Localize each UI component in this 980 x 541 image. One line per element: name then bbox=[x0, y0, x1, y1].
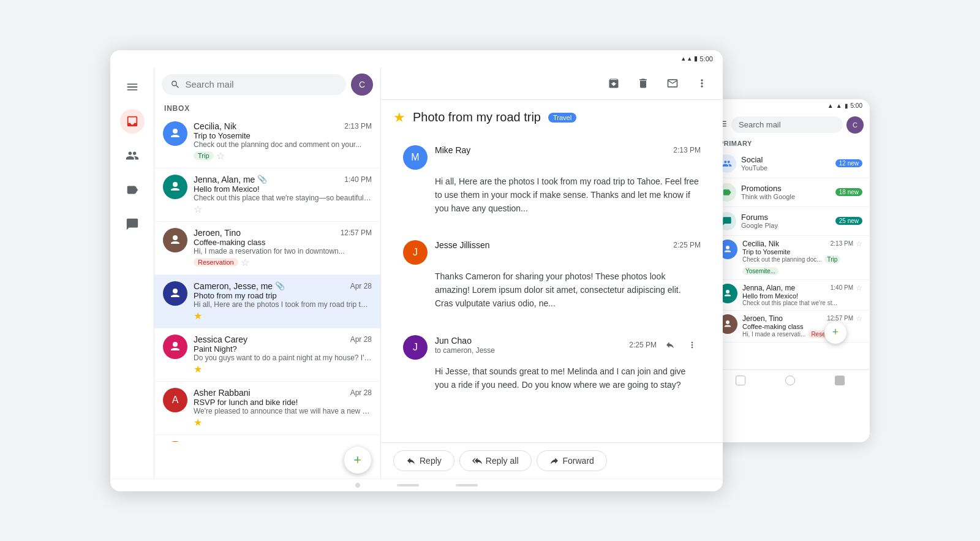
menu-button[interactable] bbox=[120, 75, 145, 99]
labels-button[interactable] bbox=[120, 178, 145, 202]
msg-avatar: J bbox=[403, 240, 428, 265]
email-time: Apr 28 bbox=[350, 388, 372, 397]
sender-name: Cecilia, Nik bbox=[194, 121, 236, 131]
email-list: Cecilia, Nik 2:13 PM Trip to Yosemite Ch… bbox=[154, 115, 380, 442]
email-preview: Hi, I made a reservation for two in down… bbox=[194, 247, 372, 255]
msg-time: 2:25 PM bbox=[629, 341, 657, 349]
forums-section[interactable]: Forums Google Play 25 new bbox=[710, 207, 870, 236]
contacts-button[interactable] bbox=[120, 143, 145, 168]
avatar bbox=[163, 121, 187, 146]
search-input[interactable] bbox=[185, 79, 337, 89]
svg-point-8 bbox=[726, 320, 729, 324]
email-time: Apr 28 bbox=[350, 335, 372, 344]
inbox-button[interactable] bbox=[120, 109, 145, 134]
star-button[interactable]: ★ bbox=[194, 310, 202, 322]
email-time: 1:40 PM bbox=[344, 175, 372, 184]
forward-button[interactable]: Forward bbox=[537, 450, 607, 471]
email-item[interactable]: A Asher Rabbani Apr 28 RSVP for lunch an… bbox=[154, 382, 380, 435]
mini-trip-tag: Trip bbox=[824, 255, 841, 263]
mini-star[interactable]: ☆ bbox=[856, 284, 862, 292]
mini-user-avatar[interactable]: C bbox=[846, 116, 864, 134]
avatar: J bbox=[163, 441, 187, 442]
thread-title: Photo from my road trip bbox=[413, 110, 541, 124]
compose-plus-icon: + bbox=[354, 453, 362, 467]
avatar bbox=[163, 175, 187, 199]
avatar bbox=[163, 281, 187, 306]
mini-compose-fab[interactable]: + bbox=[824, 322, 846, 344]
email-subject: Photo from my road trip bbox=[194, 291, 372, 300]
scroll-indicator-2 bbox=[456, 484, 478, 486]
svg-point-7 bbox=[726, 290, 729, 293]
message-card: J Jun Chao to cameron, Jesse 2:25 PM bbox=[393, 325, 710, 402]
sender-name: Asher Rabbani bbox=[194, 388, 251, 398]
mini-bottom-nav bbox=[710, 369, 870, 392]
wifi-icon: ▴ bbox=[682, 55, 685, 62]
mini-search-field[interactable]: Search mail bbox=[731, 116, 843, 133]
attachment-icon: 📎 bbox=[275, 281, 285, 290]
email-item[interactable]: Jessica Carey Apr 28 Paint Night? Do you… bbox=[154, 328, 380, 382]
message-card: J Jesse Jillissen 2:25 PM Thanks Ca bbox=[393, 230, 710, 320]
forums-name: Forums bbox=[741, 213, 831, 222]
social-section[interactable]: Social YouTube 12 new bbox=[710, 149, 870, 178]
promotions-section[interactable]: Promotions Think with Google 18 new bbox=[710, 178, 870, 207]
more-options-button[interactable] bbox=[691, 72, 713, 94]
msg-sender: Jesse Jillissen bbox=[435, 240, 489, 250]
label-button[interactable] bbox=[662, 72, 684, 94]
user-avatar[interactable]: C bbox=[351, 74, 373, 96]
status-icons: ▴ ▴ ▮ 5:00 bbox=[682, 55, 713, 62]
email-item[interactable]: J Jesse Jillissen Apr 28 Book you recomm… bbox=[154, 435, 380, 442]
reply-button[interactable]: Reply bbox=[393, 450, 454, 471]
email-item-selected[interactable]: Cameron, Jesse, me 📎 Apr 28 Photo from m… bbox=[154, 275, 380, 328]
star-button[interactable]: ★ bbox=[194, 417, 202, 428]
bottom-nav bbox=[110, 479, 723, 491]
nav-back-btn[interactable] bbox=[355, 483, 360, 488]
msg-recipient: to cameron, Jesse bbox=[435, 346, 495, 355]
more-msg-options[interactable] bbox=[684, 336, 701, 354]
thread-star[interactable]: ★ bbox=[393, 110, 405, 126]
star-button[interactable]: ☆ bbox=[216, 150, 225, 162]
mini-back-btn[interactable] bbox=[736, 376, 745, 385]
reply-quick-button[interactable] bbox=[662, 336, 679, 354]
email-preview: Check out this place that we're staying—… bbox=[194, 194, 372, 202]
email-content: Jenna, Alan, me 📎 1:40 PM Hello from Mex… bbox=[194, 175, 372, 215]
mini-time: 2:13 PM bbox=[831, 240, 853, 247]
attachment-icon: 📎 bbox=[257, 175, 267, 184]
email-content: Jesse Jillissen Apr 28 Book you recommen… bbox=[194, 441, 372, 442]
star-button[interactable]: ★ bbox=[194, 363, 202, 375]
email-item[interactable]: Jenna, Alan, me 📎 1:40 PM Hello from Mex… bbox=[154, 168, 380, 222]
reply-actions: Reply Reply all Forward bbox=[381, 442, 723, 479]
mini-signal-icon: ▲ bbox=[836, 102, 842, 109]
search-input-wrapper[interactable] bbox=[162, 74, 346, 95]
mini-email-item[interactable]: Jeroen, Tino 12:57 PM ☆ Coffee-making cl… bbox=[710, 311, 870, 342]
mini-recents-btn[interactable] bbox=[835, 376, 845, 385]
mini-compose-plus-icon: + bbox=[832, 326, 839, 339]
email-preview: Check out the planning doc and comment o… bbox=[194, 140, 372, 149]
compose-fab[interactable]: + bbox=[344, 447, 371, 474]
sender-name: Jesse Jillissen bbox=[194, 441, 248, 442]
star-button[interactable]: ☆ bbox=[194, 203, 202, 215]
archive-button[interactable] bbox=[603, 72, 625, 94]
battery-icon: ▮ bbox=[694, 55, 698, 62]
svg-point-0 bbox=[173, 129, 178, 134]
chat-button[interactable] bbox=[120, 212, 145, 236]
mini-preview: Hi, I made a reservati... bbox=[742, 331, 805, 338]
mini-preview: Check out the planning doc... bbox=[742, 256, 822, 263]
email-time: Apr 28 bbox=[350, 282, 372, 290]
mini-email-item[interactable]: Cecilia, Nik 2:13 PM ☆ Trip to Yosemite … bbox=[710, 236, 870, 280]
delete-button[interactable] bbox=[632, 72, 654, 94]
trip-tag: Trip bbox=[194, 151, 214, 160]
email-item[interactable]: Cecilia, Nik 2:13 PM Trip to Yosemite Ch… bbox=[154, 115, 380, 168]
email-item[interactable]: Jeroen, Tino 12:57 PM Coffee-making clas… bbox=[154, 222, 380, 275]
star-button[interactable]: ☆ bbox=[241, 257, 249, 268]
social-badge: 12 new bbox=[835, 159, 862, 167]
email-preview: We're pleased to announce that we will h… bbox=[194, 407, 372, 415]
mini-star[interactable]: ☆ bbox=[856, 314, 862, 323]
email-subject: Coffee-making class bbox=[194, 238, 372, 247]
mini-star[interactable]: ☆ bbox=[856, 240, 862, 248]
social-name: Social bbox=[741, 155, 831, 164]
mini-email-item[interactable]: Jenna, Alan, me 1:40 PM ☆ Hello from Mex… bbox=[710, 280, 870, 311]
msg-avatar: M bbox=[403, 145, 428, 170]
reply-all-button[interactable]: Reply all bbox=[459, 450, 532, 471]
thread-tag: Travel bbox=[548, 113, 576, 123]
mini-home-btn[interactable] bbox=[785, 376, 795, 385]
